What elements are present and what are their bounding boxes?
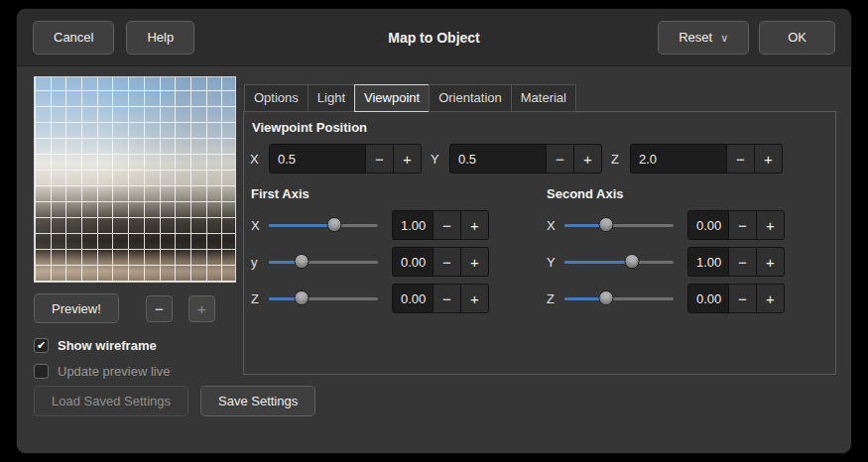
position-z-label: Z (611, 152, 621, 167)
slider-handle[interactable] (327, 217, 342, 232)
titlebar-right-actions: Reset ∨ OK (658, 21, 835, 55)
position-z-input[interactable]: 2.0 (631, 145, 726, 173)
first-axis-z-input[interactable]: 0.00 (393, 285, 433, 312)
first-axis-z-slider[interactable] (269, 289, 378, 307)
viewpoint-position-title: Viewpoint Position (250, 117, 829, 142)
second-axis-y-slider[interactable] (564, 253, 674, 271)
position-y-input[interactable]: 0.5 (450, 145, 546, 173)
first-axis-z-spinbox: 0.00 − + (392, 284, 489, 313)
load-saved-settings-button[interactable]: Load Saved Settings (34, 386, 188, 416)
second-axis-x-decrement-button[interactable]: − (728, 211, 756, 239)
slider-fill (269, 224, 334, 227)
slider-handle[interactable] (598, 217, 613, 232)
show-wireframe-checkbox[interactable]: ✔ (34, 338, 49, 353)
second-axis-column: Second Axis X 0.00 − + (547, 185, 828, 320)
position-x-decrement-button[interactable]: − (365, 145, 393, 173)
dialog-titlebar: Map to Object Cancel Help Reset ∨ OK (17, 9, 851, 66)
reset-label: Reset (679, 30, 712, 45)
map-to-object-dialog: Map to Object Cancel Help Reset ∨ OK Pre… (16, 8, 852, 454)
first-axis-x-increment-button[interactable]: + (460, 211, 488, 239)
slider-handle[interactable] (598, 290, 613, 305)
first-axis-z-label: Z (251, 291, 261, 306)
second-axis-x-row: X 0.00 − + (547, 210, 828, 240)
help-button[interactable]: Help (126, 21, 194, 55)
update-preview-live-option[interactable]: Update preview live (34, 364, 240, 379)
second-axis-z-decrement-button[interactable]: − (728, 285, 756, 312)
second-axis-x-increment-button[interactable]: + (756, 211, 784, 239)
first-axis-x-spinbox: 1.00 − + (392, 210, 489, 240)
position-z-increment-button[interactable]: + (754, 145, 782, 173)
first-axis-y-row: y 0.00 − + (251, 247, 533, 277)
second-axis-z-increment-button[interactable]: + (756, 285, 784, 312)
first-axis-title: First Axis (251, 186, 533, 201)
position-z-spinbox: 2.0 − + (630, 144, 783, 173)
preview-panel: Preview! − + ✔ Show wireframe Update pre… (34, 76, 240, 379)
first-axis-y-decrement-button[interactable]: − (433, 248, 460, 276)
first-axis-z-decrement-button[interactable]: − (433, 285, 460, 312)
position-y-increment-button[interactable]: + (573, 145, 601, 173)
show-wireframe-option[interactable]: ✔ Show wireframe (34, 338, 240, 353)
update-preview-live-checkbox[interactable] (34, 364, 49, 379)
second-axis-z-slider[interactable] (564, 289, 674, 307)
first-axis-y-increment-button[interactable]: + (460, 248, 488, 276)
first-axis-y-slider[interactable] (269, 253, 378, 271)
first-axis-x-input[interactable]: 1.00 (393, 211, 433, 239)
second-axis-z-row: Z 0.00 − + (547, 284, 828, 313)
preview-button[interactable]: Preview! (34, 293, 119, 323)
second-axis-title: Second Axis (547, 186, 828, 201)
position-x-spinbox: 0.5 − + (269, 144, 422, 173)
first-axis-x-label: X (251, 218, 261, 233)
cancel-button[interactable]: Cancel (33, 21, 114, 55)
zoom-out-button[interactable]: − (146, 295, 173, 322)
position-z-decrement-button[interactable]: − (726, 145, 754, 173)
first-axis-z-increment-button[interactable]: + (460, 285, 488, 312)
dialog-content: Preview! − + ✔ Show wireframe Update pre… (17, 66, 851, 454)
checkmark-icon: ✔ (37, 340, 46, 351)
tab-material[interactable]: Material (511, 84, 576, 112)
second-axis-y-decrement-button[interactable]: − (728, 248, 756, 276)
position-y-decrement-button[interactable]: − (546, 145, 573, 173)
tab-orientation[interactable]: Orientation (429, 84, 511, 112)
first-axis-z-row: Z 0.00 − + (251, 284, 533, 313)
zoom-in-button[interactable]: + (188, 295, 215, 322)
second-axis-y-input[interactable]: 1.00 (688, 248, 728, 276)
second-axis-y-row: Y 1.00 − + (547, 247, 828, 277)
second-axis-x-spinbox: 0.00 − + (687, 210, 785, 240)
tab-viewpoint[interactable]: Viewpoint (354, 84, 430, 112)
show-wireframe-label: Show wireframe (58, 338, 157, 353)
position-x-increment-button[interactable]: + (393, 145, 421, 173)
second-axis-z-spinbox: 0.00 − + (687, 284, 785, 313)
first-axis-column: First Axis X 1.00 − + (251, 185, 533, 320)
second-axis-y-increment-button[interactable]: + (756, 248, 784, 276)
viewpoint-position-row: X 0.5 − + Y 0.5 − + Z 2.0 − (250, 144, 829, 173)
reset-dropdown-button[interactable]: Reset ∨ (658, 21, 749, 55)
preview-controls: Preview! − + (34, 293, 240, 323)
position-y-label: Y (431, 152, 440, 167)
settings-panel: Options Light Viewpoint Orientation Mate… (243, 84, 836, 375)
second-axis-x-input[interactable]: 0.00 (688, 211, 728, 239)
second-axis-x-label: X (547, 218, 557, 233)
ok-button[interactable]: OK (759, 21, 835, 55)
slider-handle[interactable] (295, 254, 310, 269)
first-axis-x-row: X 1.00 − + (251, 210, 533, 240)
slider-handle[interactable] (295, 290, 310, 305)
footer-actions: Load Saved Settings Save Settings (34, 386, 315, 416)
plus-icon: + (197, 300, 206, 317)
slider-handle[interactable] (625, 254, 640, 269)
first-axis-x-decrement-button[interactable]: − (433, 211, 460, 239)
first-axis-x-slider[interactable] (269, 216, 378, 234)
viewpoint-tab-panel: Viewpoint Position X 0.5 − + Y 0.5 − + (243, 111, 836, 375)
chevron-down-icon: ∨ (720, 32, 728, 45)
second-axis-x-slider[interactable] (564, 216, 674, 234)
first-axis-y-input[interactable]: 0.00 (393, 248, 433, 276)
titlebar-left-actions: Cancel Help (33, 21, 194, 55)
tab-strip: Options Light Viewpoint Orientation Mate… (244, 84, 836, 112)
preview-image-wireframe[interactable] (34, 76, 236, 283)
position-y-spinbox: 0.5 − + (449, 144, 602, 173)
save-settings-button[interactable]: Save Settings (200, 386, 315, 416)
second-axis-z-input[interactable]: 0.00 (688, 285, 728, 312)
position-x-input[interactable]: 0.5 (270, 145, 365, 173)
tab-options[interactable]: Options (244, 84, 308, 112)
tab-light[interactable]: Light (308, 84, 354, 112)
update-preview-live-label: Update preview live (58, 364, 170, 379)
